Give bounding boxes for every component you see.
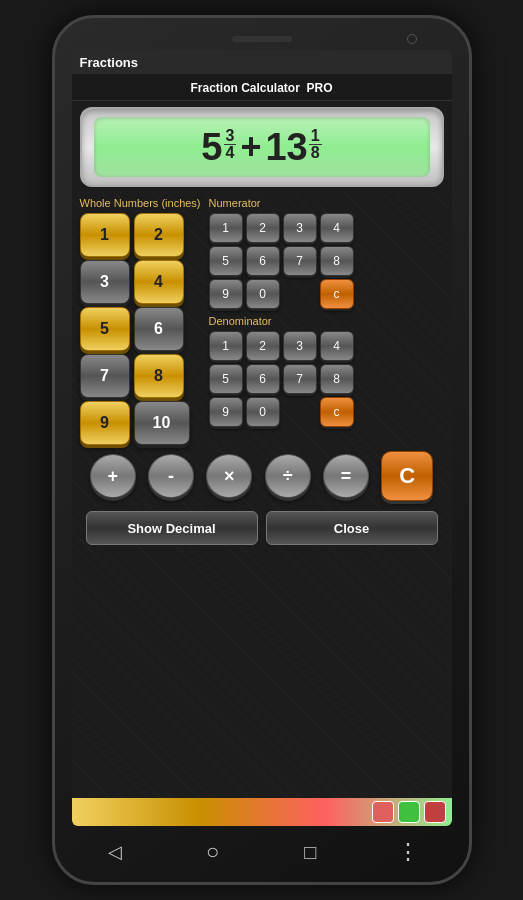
whole-btn-1[interactable]: 1 — [80, 213, 130, 257]
whole-numpad: 1 2 3 4 5 6 7 8 — [80, 213, 201, 445]
num-btn-3[interactable]: 3 — [283, 213, 317, 243]
den-btn-empty — [283, 397, 317, 427]
phone-screen: Fractions Fraction Calculator PRO 5 3 4 — [72, 50, 452, 826]
num-btn-0[interactable]: 0 — [246, 279, 280, 309]
denominator-label: Denominator — [209, 315, 444, 327]
show-decimal-button[interactable]: Show Decimal — [86, 511, 258, 545]
op-plus[interactable]: + — [90, 454, 136, 498]
whole-btn-10[interactable]: 10 — [134, 401, 190, 445]
den-btn-5[interactable]: 5 — [209, 364, 243, 394]
den-btn-2[interactable]: 2 — [246, 331, 280, 361]
nav-recents-button[interactable] — [294, 836, 326, 868]
numerator-label: Numerator — [209, 197, 444, 209]
whole-btn-5[interactable]: 5 — [80, 307, 130, 351]
whole-btn-2[interactable]: 2 — [134, 213, 184, 257]
num-btn-clear[interactable]: c — [320, 279, 354, 309]
num-btn-1[interactable]: 1 — [209, 213, 243, 243]
whole-btn-6[interactable]: 6 — [134, 307, 184, 351]
action-row: Show Decimal Close — [80, 507, 444, 549]
num-btn-4[interactable]: 4 — [320, 213, 354, 243]
right-fraction: 1 8 — [309, 128, 322, 161]
two-column-layout: Whole Numbers (inches) 1 2 3 4 5 6 — [80, 197, 444, 445]
whole-btn-9[interactable]: 9 — [80, 401, 130, 445]
whole-row-2: 3 4 — [80, 260, 201, 304]
phone-top-bar — [67, 36, 457, 42]
fractions-column: Numerator 1 2 3 4 5 6 7 8 9 0 — [209, 197, 444, 445]
num-btn-2[interactable]: 2 — [246, 213, 280, 243]
left-operand: 5 3 4 — [201, 128, 236, 166]
speaker-slot — [232, 36, 292, 42]
den-btn-clear[interactable]: c — [320, 397, 354, 427]
num-btn-5[interactable]: 5 — [209, 246, 243, 276]
num-btn-8[interactable]: 8 — [320, 246, 354, 276]
den-btn-1[interactable]: 1 — [209, 331, 243, 361]
den-btn-6[interactable]: 6 — [246, 364, 280, 394]
den-btn-3[interactable]: 3 — [283, 331, 317, 361]
num-btn-7[interactable]: 7 — [283, 246, 317, 276]
camera-dot — [407, 34, 417, 44]
operators-row: + - × ÷ = C — [80, 445, 444, 507]
numerator-section: Numerator 1 2 3 4 5 6 7 8 9 0 — [209, 197, 444, 309]
den-btn-4[interactable]: 4 — [320, 331, 354, 361]
right-numerator: 1 — [309, 128, 322, 145]
header-label: Fraction Calculator PRO — [190, 81, 332, 95]
whole-numbers-section: Whole Numbers (inches) 1 2 3 4 5 6 — [80, 197, 201, 445]
num-btn-6[interactable]: 6 — [246, 246, 280, 276]
display-inner: 5 3 4 + 13 1 8 — [94, 117, 430, 177]
app-title: Fractions — [80, 55, 139, 70]
whole-numbers-label: Whole Numbers (inches) — [80, 197, 201, 209]
status-bar: Fractions — [72, 50, 452, 74]
whole-btn-3[interactable]: 3 — [80, 260, 130, 304]
display-area: 5 3 4 + 13 1 8 — [80, 107, 444, 187]
den-btn-8[interactable]: 8 — [320, 364, 354, 394]
op-multiply[interactable]: × — [206, 454, 252, 498]
operator-symbol: + — [240, 126, 261, 168]
den-btn-7[interactable]: 7 — [283, 364, 317, 394]
right-whole: 13 — [265, 128, 307, 166]
nav-menu-button[interactable] — [392, 836, 424, 868]
banner-icon-2 — [398, 801, 420, 823]
phone-frame: Fractions Fraction Calculator PRO 5 3 4 — [52, 15, 472, 885]
num-btn-9[interactable]: 9 — [209, 279, 243, 309]
app-header: Fraction Calculator PRO — [72, 74, 452, 101]
numerator-numpad: 1 2 3 4 5 6 7 8 9 0 c — [209, 213, 444, 309]
nav-home-button[interactable] — [197, 836, 229, 868]
whole-btn-7[interactable]: 7 — [80, 354, 130, 398]
op-equals[interactable]: = — [323, 454, 369, 498]
left-whole: 5 — [201, 128, 222, 166]
banner-icon-1 — [372, 801, 394, 823]
calc-body: Whole Numbers (inches) 1 2 3 4 5 6 — [72, 193, 452, 798]
denominator-section: Denominator 1 2 3 4 5 6 7 8 9 0 — [209, 315, 444, 427]
op-clear[interactable]: C — [381, 451, 433, 501]
right-operand: 13 1 8 — [265, 128, 321, 166]
op-divide[interactable]: ÷ — [265, 454, 311, 498]
den-btn-0[interactable]: 0 — [246, 397, 280, 427]
left-denominator: 4 — [224, 145, 237, 161]
whole-row-1: 1 2 — [80, 213, 201, 257]
phone-nav-bar — [67, 826, 457, 872]
whole-btn-8[interactable]: 8 — [134, 354, 184, 398]
left-fraction: 3 4 — [224, 128, 237, 161]
close-button[interactable]: Close — [266, 511, 438, 545]
expression-display: 5 3 4 + 13 1 8 — [201, 126, 321, 168]
right-denominator: 8 — [309, 145, 322, 161]
whole-btn-4[interactable]: 4 — [134, 260, 184, 304]
nav-back-button[interactable] — [99, 836, 131, 868]
banner-icon-3 — [424, 801, 446, 823]
whole-row-3: 5 6 — [80, 307, 201, 351]
den-btn-9[interactable]: 9 — [209, 397, 243, 427]
whole-row-5: 9 10 — [80, 401, 201, 445]
bottom-banner — [72, 798, 452, 826]
whole-row-4: 7 8 — [80, 354, 201, 398]
op-minus[interactable]: - — [148, 454, 194, 498]
num-btn-empty — [283, 279, 317, 309]
left-numerator: 3 — [224, 128, 237, 145]
denominator-numpad: 1 2 3 4 5 6 7 8 9 0 c — [209, 331, 444, 427]
